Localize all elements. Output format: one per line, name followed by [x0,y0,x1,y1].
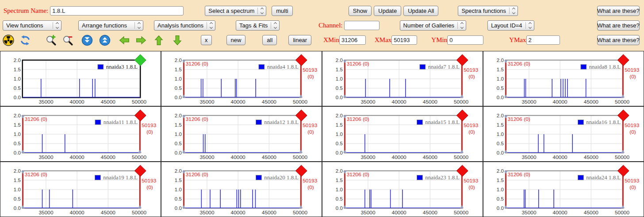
spectrum-panel-nnaida7[interactable]: 0.00.51.01.52.03500040000450005000031206… [322,51,483,106]
spectrum-panel-nnaida8[interactable]: 0.00.51.01.52.03500040000450005000031206… [483,51,644,106]
spectrum-plot: 0.00.51.01.52.035000400004500050000nnaid… [0,51,161,106]
what-are-these-button-2[interactable]: What are these? [597,20,640,31]
legend-swatch [256,120,261,125]
svg-text:45000: 45000 [584,209,599,216]
xmin-label: XMin [323,36,339,44]
xmin-input[interactable] [339,35,366,45]
what-are-these-button-1[interactable]: What are these? [597,6,640,16]
svg-text:50000: 50000 [132,154,147,160]
svg-text:2.0: 2.0 [336,168,343,174]
all-button[interactable]: all [262,35,277,45]
svg-text:45000: 45000 [262,99,277,105]
linear-button[interactable]: linear [288,35,311,45]
combo-spinner-icon [460,22,464,29]
expand-vertical-icon[interactable] [99,35,111,46]
spectra-functions-dropdown[interactable]: Spectra functions [458,6,518,16]
xmax-label: XMax [375,36,391,44]
svg-text:40000: 40000 [231,209,246,216]
legend: nnaida23 1.8.L [417,174,460,181]
ymin-input[interactable] [447,35,483,45]
spectrum-panel-nnaida11[interactable]: 0.00.51.01.52.03500040000450005000031206… [0,106,161,162]
legend-label: nnaida8 1.8.L [589,64,621,70]
svg-text:50000: 50000 [454,209,469,216]
view-functions-dropdown[interactable]: View functions [3,20,61,31]
svg-text:1.5: 1.5 [14,178,21,183]
legend-swatch [95,120,101,125]
svg-text:1.5: 1.5 [175,67,182,72]
marker-right-label-count: (0) [307,129,314,135]
spectrum-panel-nnaida3[interactable]: 0.00.51.01.52.035000400004500050000nnaid… [0,51,161,106]
spectrum-plot: 0.00.51.01.52.03500040000450005000031206… [161,162,322,217]
svg-text:1.5: 1.5 [497,67,504,72]
refresh-icon[interactable] [19,35,31,46]
combo-spinner-icon [209,22,213,29]
update-all-button[interactable]: Update All [403,6,438,16]
combo-spinner-icon [512,7,516,15]
arrow-up-icon[interactable] [153,35,165,46]
svg-text:2.0: 2.0 [175,168,182,174]
multi-button[interactable]: multi [272,6,292,16]
show-button[interactable]: Show [349,6,372,16]
arrow-down-icon[interactable] [172,35,183,46]
zoom-in-icon[interactable] [45,35,57,46]
layout-id-dropdown[interactable]: Layout ID=4 [487,20,534,31]
spectrum-panel-nnaida24[interactable]: 0.00.51.01.52.03500040000450005000031206… [483,162,644,217]
marker-right-label-count: (0) [468,129,475,135]
svg-text:0.0: 0.0 [336,205,343,211]
legend-label: nnaida4 1.8.L [267,64,299,70]
svg-text:1.0: 1.0 [175,76,182,81]
what-are-these-button-3[interactable]: What are these? [597,35,640,45]
spectrum-panel-nnaida15[interactable]: 0.00.51.01.52.03500040000450005000031206… [322,106,483,162]
svg-text:35000: 35000 [360,99,376,105]
legend: nnaida4 1.8.L [259,64,299,70]
legend-swatch [95,175,100,180]
marker-right-label-count: (0) [146,184,153,190]
svg-text:40000: 40000 [70,154,85,160]
collapse-vertical-icon[interactable] [81,35,93,46]
svg-text:40000: 40000 [70,99,85,105]
x-button[interactable]: x [201,35,212,45]
spectrum-panel-nnaida16[interactable]: 0.00.51.01.52.03500040000450005000031206… [483,106,644,162]
svg-text:1.0: 1.0 [175,132,182,137]
spectrum-panel-nnaida23[interactable]: 0.00.51.01.52.03500040000450005000031206… [322,162,483,217]
svg-text:40000: 40000 [231,99,246,105]
svg-text:0.5: 0.5 [14,141,21,146]
svg-text:0.0: 0.0 [497,150,504,155]
ymax-input[interactable] [526,35,560,45]
arrow-right-icon[interactable] [135,35,147,46]
spectrum-plot: 0.00.51.01.52.03500040000450005000031206… [483,51,644,106]
update-button[interactable]: Update [374,6,401,16]
zoom-out-icon[interactable] [62,35,73,46]
number-of-galleries-dropdown[interactable]: Number of Galleries [400,20,467,31]
xmax-input[interactable] [391,35,417,45]
marker-right-label-count: (0) [307,184,314,190]
spectrum-panel-nnaida12[interactable]: 0.00.51.01.52.03500040000450005000031206… [161,106,322,162]
radiation-icon[interactable] [3,35,14,46]
icon-strip [3,35,183,46]
legend: nnaida16 1.8.L [578,119,621,125]
spectrum-panel-nnaida20[interactable]: 0.00.51.01.52.03500040000450005000031206… [161,162,322,217]
select-a-spectrum-dropdown[interactable]: Select a spectrum [205,6,266,16]
spectrum-name-input[interactable] [50,6,184,16]
svg-text:1.0: 1.0 [497,76,504,81]
svg-text:45000: 45000 [584,154,599,160]
channel-input[interactable] [344,21,380,30]
legend: nnaida8 1.8.L [581,64,621,70]
svg-text:0.5: 0.5 [175,85,182,91]
marker-left-label: 31206 (0) [186,61,208,67]
tags-fits-dropdown[interactable]: Tags & Fits [236,20,280,31]
spectrum-panel-nnaida4[interactable]: 0.00.51.01.52.03500040000450005000031206… [161,51,322,106]
analysis-functions-dropdown[interactable]: Analysis functions [154,20,215,31]
svg-text:45000: 45000 [101,209,116,216]
spectrum-plot: 0.00.51.01.52.03500040000450005000031206… [0,162,161,217]
arrow-left-icon[interactable] [119,35,130,46]
new-button[interactable]: new [226,35,246,45]
svg-text:1.5: 1.5 [497,178,504,183]
marker-left-label: 31206 (0) [25,172,47,178]
svg-text:0.5: 0.5 [175,196,182,202]
marker-left-label: 31206 (0) [186,172,208,178]
arrange-functions-dropdown[interactable]: Arrange functions [78,20,143,31]
marker-left-label: 31206 (0) [186,116,208,123]
spectrum-panel-nnaida19[interactable]: 0.00.51.01.52.03500040000450005000031206… [0,162,161,217]
legend-label: nnaida7 1.8.L [428,64,460,70]
